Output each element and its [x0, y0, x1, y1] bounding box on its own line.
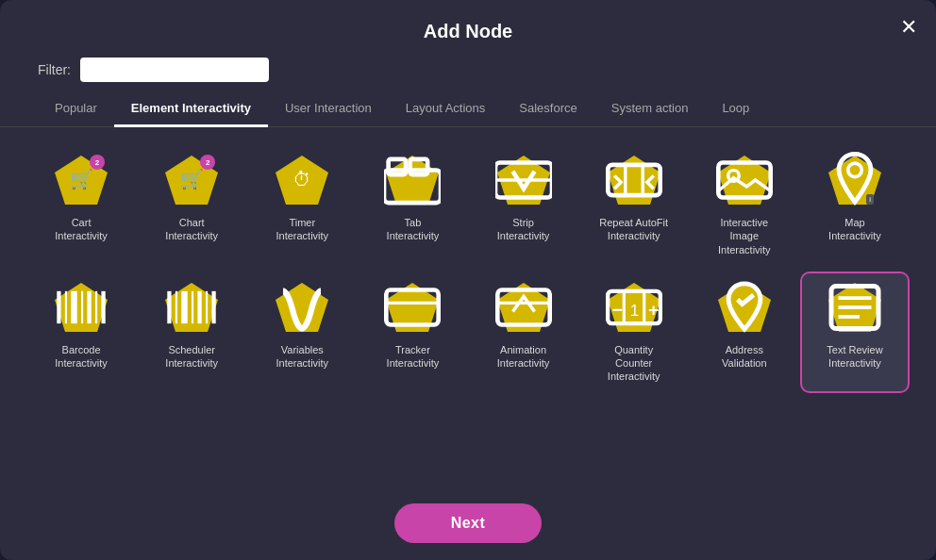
- variables-interactivity-icon: [274, 281, 330, 336]
- repeat-autofit-label: Repeat AutoFitInteractivity: [599, 216, 668, 243]
- node-strip-interactivity[interactable]: StripInteractivity: [471, 146, 577, 264]
- barcode-interactivity-icon: [53, 281, 109, 336]
- tab-layout-actions[interactable]: Layout Actions: [389, 91, 503, 127]
- svg-point-18: [848, 163, 862, 177]
- timer-interactivity-label: TimerInteractivity: [276, 216, 328, 243]
- quantity-counter-icon: − 1 +: [606, 281, 662, 336]
- svg-rect-31: [192, 291, 193, 323]
- address-validation-icon: [716, 281, 773, 336]
- animation-interactivity-icon: [495, 281, 552, 336]
- variables-interactivity-label: VariablesInteractivity: [276, 343, 328, 371]
- svg-rect-20: [57, 291, 60, 323]
- modal-footer: Next: [0, 490, 936, 560]
- filter-input[interactable]: [80, 58, 269, 82]
- svg-rect-24: [87, 291, 91, 323]
- map-interactivity-label: MapInteractivity: [828, 216, 881, 243]
- timer-interactivity-icon: ⏱: [274, 154, 330, 208]
- cart-interactivity-icon: 🛒 2: [53, 154, 109, 208]
- svg-rect-15: [718, 163, 770, 198]
- modal-header: Add Node ✕: [0, 0, 936, 52]
- node-chart-interactivity[interactable]: 🛒 2 ChartInteractivity: [139, 146, 244, 264]
- svg-rect-32: [198, 291, 202, 323]
- node-address-validation[interactable]: AddressValidation: [692, 273, 797, 391]
- svg-rect-26: [101, 291, 105, 323]
- tab-system-action[interactable]: System action: [594, 91, 706, 127]
- node-cart-interactivity[interactable]: 🛒 2 CartInteractivity: [28, 146, 134, 264]
- barcode-interactivity-label: BarcodeInteractivity: [55, 343, 108, 371]
- scheduler-interactivity-icon: [163, 281, 220, 336]
- tab-user-interaction[interactable]: User Interaction: [268, 91, 389, 127]
- svg-rect-11: [608, 165, 660, 195]
- filter-row: Filter:: [0, 52, 936, 91]
- svg-text:+: +: [648, 299, 659, 319]
- node-text-review-interactivity[interactable]: Text ReviewInteractivity: [802, 273, 908, 391]
- filter-label: Filter:: [38, 62, 71, 77]
- animation-interactivity-label: AnimationInteractivity: [497, 343, 550, 371]
- add-node-modal: Add Node ✕ Filter: Popular Element Inter…: [0, 0, 936, 560]
- node-repeat-autofit-interactivity[interactable]: Repeat AutoFitInteractivity: [581, 146, 687, 264]
- modal-title: Add Node: [424, 21, 512, 42]
- tracker-interactivity-label: TrackerInteractivity: [387, 343, 440, 371]
- cart-interactivity-label: CartInteractivity: [55, 216, 108, 243]
- interactive-image-icon: [716, 154, 773, 208]
- nodes-grid-row2: BarcodeInteractivity: [28, 273, 908, 391]
- node-variables-interactivity[interactable]: VariablesInteractivity: [249, 273, 355, 391]
- node-interactive-image-interactivity[interactable]: InteractiveImageInteractivity: [692, 146, 797, 264]
- svg-rect-22: [71, 291, 76, 323]
- chart-interactivity-label: ChartInteractivity: [165, 216, 218, 243]
- node-timer-interactivity[interactable]: ⏱ TimerInteractivity: [249, 146, 355, 264]
- scheduler-interactivity-label: SchedulerInteractivity: [165, 343, 218, 371]
- chart-interactivity-icon: 🛒 2: [163, 154, 220, 208]
- tab-loop[interactable]: Loop: [705, 91, 766, 127]
- quantity-counter-label: QuantityCounterInteractivity: [608, 343, 660, 384]
- svg-rect-28: [167, 291, 171, 323]
- tabs-bar: Popular Element Interactivity User Inter…: [0, 91, 936, 127]
- svg-rect-29: [176, 291, 177, 323]
- svg-rect-33: [206, 291, 208, 323]
- strip-interactivity-label: StripInteractivity: [497, 216, 550, 243]
- svg-text:−: −: [611, 299, 622, 319]
- next-button[interactable]: Next: [394, 503, 543, 543]
- node-scheduler-interactivity[interactable]: SchedulerInteractivity: [139, 273, 244, 391]
- tab-interactivity-label: TabInteractivity: [387, 216, 440, 243]
- address-validation-label: AddressValidation: [722, 343, 767, 371]
- node-quantity-counter-interactivity[interactable]: − 1 + QuantityCounterInteractivity: [581, 273, 687, 391]
- svg-rect-21: [65, 291, 67, 323]
- node-barcode-interactivity[interactable]: BarcodeInteractivity: [28, 273, 134, 391]
- nodes-content: 🛒 2 CartInteractivity 🛒 2 ChartInteracti…: [0, 127, 936, 490]
- strip-interactivity-icon: [495, 154, 552, 208]
- svg-rect-25: [95, 291, 97, 323]
- tab-element-interactivity[interactable]: Element Interactivity: [114, 91, 268, 127]
- tracker-interactivity-icon: [384, 281, 441, 336]
- tab-popular[interactable]: Popular: [38, 91, 114, 127]
- svg-rect-34: [212, 291, 216, 323]
- tab-interactivity-icon: [384, 154, 441, 208]
- node-tracker-interactivity[interactable]: TrackerInteractivity: [359, 273, 465, 391]
- node-map-interactivity[interactable]: i MapInteractivity: [802, 146, 908, 264]
- node-animation-interactivity[interactable]: AnimationInteractivity: [471, 273, 577, 391]
- svg-rect-23: [81, 291, 83, 323]
- svg-rect-30: [181, 291, 187, 323]
- interactive-image-label: InteractiveImageInteractivity: [718, 216, 771, 256]
- svg-text:1: 1: [629, 300, 639, 319]
- close-button[interactable]: ✕: [900, 17, 917, 38]
- text-review-icon: [827, 281, 883, 336]
- svg-rect-37: [387, 289, 439, 324]
- map-interactivity-icon: i: [827, 154, 883, 208]
- tab-salesforce[interactable]: Salesforce: [502, 91, 593, 127]
- nodes-grid-row1: 🛒 2 CartInteractivity 🛒 2 ChartInteracti…: [28, 146, 908, 264]
- repeat-autofit-icon: [606, 154, 662, 208]
- node-tab-interactivity[interactable]: TabInteractivity: [359, 146, 465, 264]
- text-review-label: Text ReviewInteractivity: [827, 343, 882, 371]
